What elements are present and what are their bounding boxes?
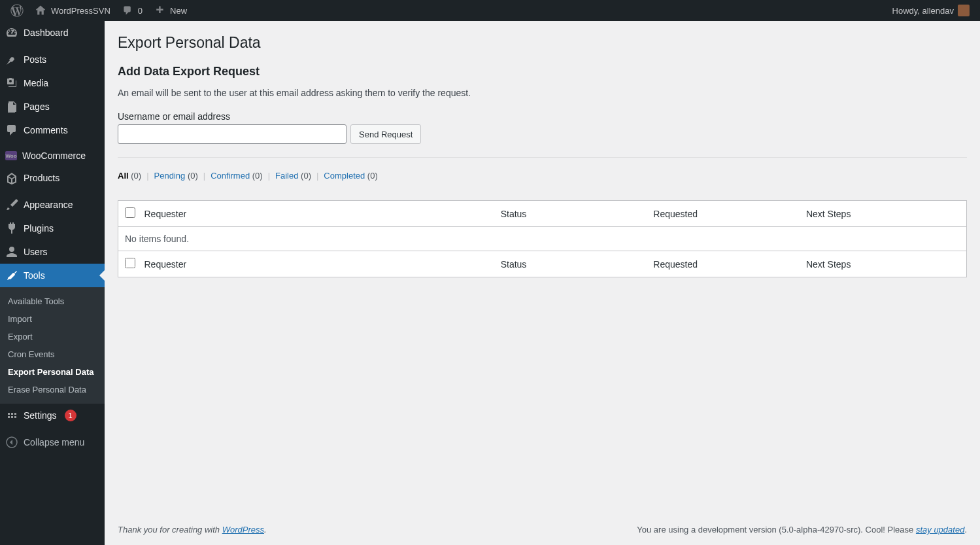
admin-sidebar: Dashboard Posts Media Pages Comments Woo… bbox=[0, 21, 105, 545]
filter-failed[interactable]: Failed (0) bbox=[275, 171, 311, 181]
sidebar-label: Posts bbox=[24, 54, 46, 65]
sidebar-item-woocommerce[interactable]: Woo WooCommerce bbox=[0, 145, 105, 166]
filter-completed[interactable]: Completed (0) bbox=[324, 171, 377, 181]
table-header-row: Requester Status Requested Next Steps bbox=[118, 201, 967, 227]
sidebar-item-comments[interactable]: Comments bbox=[0, 118, 105, 142]
sidebar-item-products[interactable]: Products bbox=[0, 166, 105, 190]
submenu-erase-personal-data[interactable]: Erase Personal Data bbox=[0, 381, 105, 398]
admin-bar: WordPressSVN 0 New Howdy, allendav bbox=[0, 0, 980, 21]
submenu-import[interactable]: Import bbox=[0, 310, 105, 328]
admin-footer: Thank you for creating with WordPress. Y… bbox=[118, 514, 967, 545]
sidebar-label: Tools bbox=[24, 270, 45, 281]
collapse-icon bbox=[5, 436, 18, 449]
tools-submenu: Available Tools Import Export Cron Event… bbox=[0, 287, 105, 404]
new-label: New bbox=[170, 6, 187, 16]
new-content-menu[interactable]: New bbox=[148, 0, 192, 21]
send-request-button[interactable]: Send Request bbox=[350, 124, 421, 144]
sidebar-label: Users bbox=[24, 247, 48, 257]
submenu-export-personal-data[interactable]: Export Personal Data bbox=[0, 363, 105, 381]
no-items-text: No items found. bbox=[118, 227, 967, 251]
select-all-checkbox-footer[interactable] bbox=[125, 258, 135, 268]
select-all-footer bbox=[118, 251, 138, 277]
wrench-icon bbox=[5, 269, 18, 282]
select-all-checkbox[interactable] bbox=[125, 207, 135, 218]
sidebar-label: Settings bbox=[24, 410, 57, 421]
woocommerce-icon: Woo bbox=[5, 151, 17, 160]
sidebar-item-tools[interactable]: Tools bbox=[0, 264, 105, 287]
no-items-row: No items found. bbox=[118, 227, 967, 251]
request-form: Send Request bbox=[118, 124, 967, 158]
pin-icon bbox=[5, 53, 18, 66]
comments-count: 0 bbox=[138, 6, 143, 16]
col-requester[interactable]: Requester bbox=[138, 201, 494, 227]
footer-thanks: Thank you for creating with WordPress. bbox=[118, 525, 267, 535]
brush-icon bbox=[5, 198, 18, 211]
products-icon bbox=[5, 171, 18, 185]
page-description: An email will be sent to the user at thi… bbox=[118, 88, 967, 98]
sidebar-label: Collapse menu bbox=[24, 437, 84, 448]
sidebar-label: WooCommerce bbox=[22, 150, 86, 161]
wp-logo-menu[interactable] bbox=[5, 0, 29, 21]
col-next: Next Steps bbox=[800, 201, 967, 227]
site-name-label: WordPressSVN bbox=[51, 6, 110, 16]
sidebar-label: Media bbox=[24, 78, 48, 88]
col-status: Status bbox=[494, 251, 647, 277]
sidebar-item-users[interactable]: Users bbox=[0, 240, 105, 264]
select-all-header bbox=[118, 201, 138, 227]
comment-icon bbox=[5, 124, 18, 137]
dashboard-icon bbox=[5, 26, 18, 39]
filter-pending[interactable]: Pending (0) bbox=[154, 171, 198, 181]
submenu-cron-events[interactable]: Cron Events bbox=[0, 345, 105, 363]
update-badge: 1 bbox=[65, 410, 76, 421]
page-title: Export Personal Data bbox=[118, 34, 967, 52]
sidebar-item-pages[interactable]: Pages bbox=[0, 95, 105, 118]
filter-all[interactable]: All (0) bbox=[118, 171, 141, 181]
content-area: Export Personal Data Add Data Export Req… bbox=[105, 0, 980, 545]
sidebar-item-appearance[interactable]: Appearance bbox=[0, 193, 105, 217]
sidebar-item-settings[interactable]: Settings 1 bbox=[0, 404, 105, 427]
submenu-available-tools[interactable]: Available Tools bbox=[0, 292, 105, 310]
collapse-menu[interactable]: Collapse menu bbox=[0, 431, 105, 454]
account-menu[interactable]: Howdy, allendav bbox=[887, 0, 975, 21]
col-status[interactable]: Status bbox=[494, 201, 647, 227]
pages-icon bbox=[5, 100, 18, 113]
settings-icon bbox=[5, 409, 18, 422]
wordpress-link[interactable]: WordPress bbox=[222, 525, 264, 535]
home-icon bbox=[34, 4, 47, 17]
wordpress-icon bbox=[10, 4, 24, 17]
sidebar-item-plugins[interactable]: Plugins bbox=[0, 217, 105, 240]
admin-bar-left: WordPressSVN 0 New bbox=[5, 0, 192, 21]
comments-menu[interactable]: 0 bbox=[116, 0, 148, 21]
comment-icon bbox=[121, 4, 134, 17]
col-next: Next Steps bbox=[800, 251, 967, 277]
sidebar-label: Appearance bbox=[24, 200, 73, 210]
media-icon bbox=[5, 77, 18, 90]
table-footer-row: Requester Status Requested Next Steps bbox=[118, 251, 967, 277]
status-filters: All (0) | Pending (0) | Confirmed (0) | … bbox=[118, 171, 967, 181]
sidebar-label: Plugins bbox=[24, 223, 54, 234]
sidebar-label: Products bbox=[24, 173, 59, 183]
sidebar-item-dashboard[interactable]: Dashboard bbox=[0, 21, 105, 44]
avatar bbox=[958, 5, 970, 16]
col-requested[interactable]: Requested bbox=[647, 201, 800, 227]
col-requested: Requested bbox=[647, 251, 800, 277]
footer-version: You are using a development version (5.0… bbox=[637, 525, 967, 535]
username-email-input[interactable] bbox=[118, 124, 346, 144]
site-name-menu[interactable]: WordPressSVN bbox=[29, 0, 116, 21]
plus-icon bbox=[153, 4, 166, 17]
sidebar-item-posts[interactable]: Posts bbox=[0, 48, 105, 71]
col-requester: Requester bbox=[138, 251, 494, 277]
sidebar-label: Pages bbox=[24, 101, 50, 112]
submenu-export[interactable]: Export bbox=[0, 328, 105, 345]
sidebar-label: Comments bbox=[24, 125, 68, 135]
filter-confirmed[interactable]: Confirmed (0) bbox=[211, 171, 262, 181]
username-email-label: Username or email address bbox=[118, 111, 967, 122]
requests-table: Requester Status Requested Next Steps No… bbox=[118, 200, 967, 277]
admin-bar-right: Howdy, allendav bbox=[887, 0, 975, 21]
stay-updated-link[interactable]: stay updated bbox=[916, 525, 964, 535]
sidebar-label: Dashboard bbox=[24, 27, 69, 38]
sidebar-item-media[interactable]: Media bbox=[0, 71, 105, 95]
howdy-label: Howdy, allendav bbox=[892, 6, 954, 16]
page-subtitle: Add Data Export Request bbox=[118, 65, 967, 79]
user-icon bbox=[5, 245, 18, 258]
